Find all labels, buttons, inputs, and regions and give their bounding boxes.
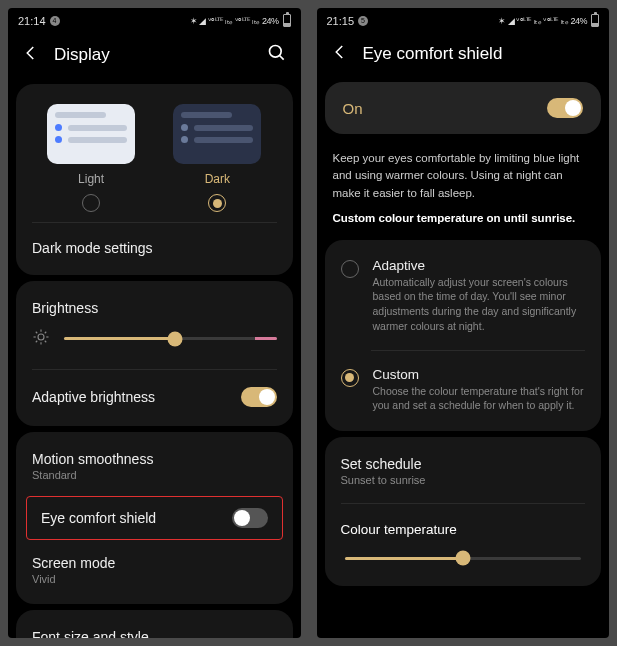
master-toggle-label: On — [343, 100, 363, 117]
temperature-slider[interactable] — [345, 557, 582, 560]
status-left: 21:15 5 — [327, 15, 369, 27]
status-bar: 21:15 5 ✶ ◢ ᵛᵒᴸᵀᴱ ₗₜₑ ᵛᵒᴸᵀᴱ ₗₜₑ 24% — [317, 8, 610, 31]
theme-option-light[interactable]: Light — [47, 104, 135, 212]
description-bold: Custom colour temperature on until sunri… — [333, 212, 594, 224]
status-time: 21:14 — [18, 15, 46, 27]
temperature-block: Colour temperature — [325, 508, 602, 580]
svg-line-1 — [279, 56, 283, 60]
schedule-item[interactable]: Set schedule Sunset to sunrise — [325, 443, 602, 499]
battery-icon — [591, 14, 599, 27]
battery-pct: 24% — [570, 16, 587, 26]
header: Eye comfort shield — [317, 31, 610, 76]
radio-adaptive[interactable] — [341, 260, 359, 278]
battery-icon — [283, 14, 291, 27]
adaptive-title: Adaptive — [373, 258, 586, 273]
svg-line-9 — [36, 341, 38, 343]
brightness-label: Brightness — [32, 300, 98, 316]
adaptive-brightness-item[interactable]: Adaptive brightness — [16, 374, 293, 420]
divider — [341, 503, 586, 504]
font-item[interactable]: Font size and style — [16, 616, 293, 638]
page-title: Eye comfort shield — [363, 44, 596, 64]
theme-label-light: Light — [78, 172, 104, 186]
brightness-section: Brightness Adaptive brightness — [16, 281, 293, 426]
theme-label-dark: Dark — [205, 172, 230, 186]
eye-comfort-item[interactable]: Eye comfort shield — [27, 497, 282, 539]
custom-desc: Choose the colour temperature that's rig… — [373, 384, 586, 413]
battery-pct: 24% — [262, 16, 279, 26]
dark-mode-settings-label: Dark mode settings — [32, 240, 153, 256]
description-text: Keep your eyes comfortable by limiting b… — [333, 150, 594, 202]
phone-eye-comfort: 21:15 5 ✶ ◢ ᵛᵒᴸᵀᴱ ₗₜₑ ᵛᵒᴸᵀᴱ ₗₜₑ 24% Eye … — [317, 8, 610, 638]
display-options-section: Motion smoothness Standard Eye comfort s… — [16, 432, 293, 604]
eye-comfort-highlight: Eye comfort shield — [26, 496, 283, 540]
divider — [32, 369, 277, 370]
description-block: Keep your eyes comfortable by limiting b… — [317, 140, 610, 234]
status-left: 21:14 4 — [18, 15, 60, 27]
motion-smoothness-item[interactable]: Motion smoothness Standard — [16, 438, 293, 494]
adaptive-option[interactable]: Adaptive Automatically adjust your scree… — [325, 246, 602, 346]
adaptive-brightness-toggle[interactable] — [241, 387, 277, 407]
theme-section: Light Dark Dark mode settings — [16, 84, 293, 275]
motion-label: Motion smoothness — [32, 451, 153, 467]
status-right: ✶ ◢ ᵛᵒᴸᵀᴱ ₗₜₑ ᵛᵒᴸᵀᴱ ₗₜₑ 24% — [498, 14, 599, 27]
dark-mode-settings-item[interactable]: Dark mode settings — [16, 227, 293, 269]
screen-mode-label: Screen mode — [32, 555, 115, 571]
brightness-slider-row — [16, 318, 293, 365]
custom-title: Custom — [373, 367, 586, 382]
font-section: Font size and style Screen zoom — [16, 610, 293, 638]
back-icon[interactable] — [22, 44, 40, 65]
schedule-label: Set schedule — [341, 456, 426, 472]
temperature-label: Colour temperature — [341, 522, 586, 537]
radio-dark[interactable] — [208, 194, 226, 212]
radio-custom[interactable] — [341, 369, 359, 387]
svg-line-7 — [36, 332, 38, 334]
theme-preview-light — [47, 104, 135, 164]
status-time: 21:15 — [327, 15, 355, 27]
font-label: Font size and style — [32, 629, 149, 638]
master-toggle-row[interactable]: On — [325, 82, 602, 134]
theme-preview-dark — [173, 104, 261, 164]
status-indicators: ✶ ◢ ᵛᵒᴸᵀᴱ ₗₜₑ ᵛᵒᴸᵀᴱ ₗₜₑ — [190, 16, 260, 26]
search-icon[interactable] — [267, 43, 287, 66]
theme-option-dark[interactable]: Dark — [173, 104, 261, 212]
svg-point-2 — [38, 334, 44, 340]
schedule-sub: Sunset to sunrise — [341, 474, 426, 486]
notification-dot-icon: 4 — [50, 16, 60, 26]
page-title: Display — [54, 45, 253, 65]
theme-row: Light Dark — [16, 90, 293, 218]
divider — [32, 222, 277, 223]
mode-section: Adaptive Automatically adjust your scree… — [325, 240, 602, 431]
phone-display-settings: 21:14 4 ✶ ◢ ᵛᵒᴸᵀᴱ ₗₜₑ ᵛᵒᴸᵀᴱ ₗₜₑ 24% Disp… — [8, 8, 301, 638]
brightness-slider[interactable] — [64, 337, 277, 340]
svg-line-8 — [45, 341, 47, 343]
sun-icon — [32, 328, 50, 349]
custom-option[interactable]: Custom Choose the colour temperature tha… — [325, 355, 602, 425]
divider — [371, 350, 586, 351]
svg-line-10 — [45, 332, 47, 334]
screen-mode-item[interactable]: Screen mode Vivid — [16, 542, 293, 598]
schedule-temp-section: Set schedule Sunset to sunrise Colour te… — [325, 437, 602, 586]
svg-point-0 — [269, 46, 281, 58]
status-right: ✶ ◢ ᵛᵒᴸᵀᴱ ₗₜₑ ᵛᵒᴸᵀᴱ ₗₜₑ 24% — [190, 14, 291, 27]
motion-sub: Standard — [32, 469, 153, 481]
header: Display — [8, 31, 301, 78]
eye-comfort-label: Eye comfort shield — [41, 510, 156, 526]
status-bar: 21:14 4 ✶ ◢ ᵛᵒᴸᵀᴱ ₗₜₑ ᵛᵒᴸᵀᴱ ₗₜₑ 24% — [8, 8, 301, 31]
screen-mode-sub: Vivid — [32, 573, 115, 585]
adaptive-desc: Automatically adjust your screen's colou… — [373, 275, 586, 334]
notification-dot-icon: 5 — [358, 16, 368, 26]
adaptive-brightness-label: Adaptive brightness — [32, 389, 155, 405]
radio-light[interactable] — [82, 194, 100, 212]
brightness-header: Brightness — [16, 287, 293, 318]
back-icon[interactable] — [331, 43, 349, 64]
master-toggle[interactable] — [547, 98, 583, 118]
eye-comfort-toggle[interactable] — [232, 508, 268, 528]
status-indicators: ✶ ◢ ᵛᵒᴸᵀᴱ ₗₜₑ ᵛᵒᴸᵀᴱ ₗₜₑ — [498, 16, 568, 26]
